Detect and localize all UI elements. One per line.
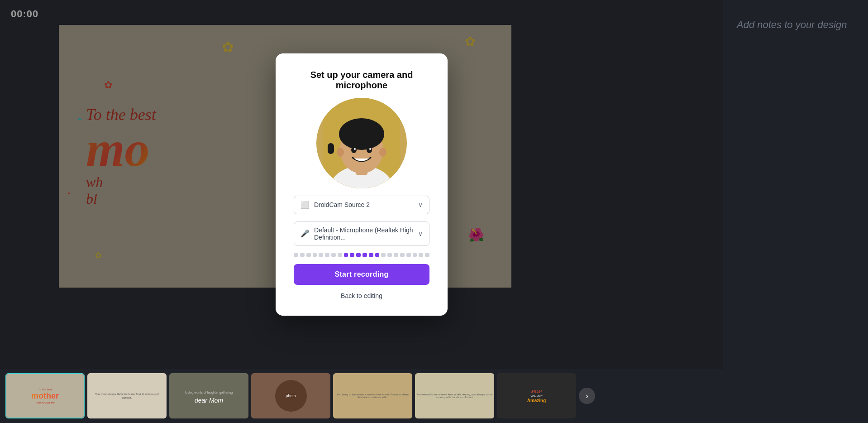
- thumbnail-3[interactable]: loving words of laughter gathering dear …: [169, 373, 248, 418]
- audio-seg-10: [350, 253, 354, 257]
- svg-point-8: [354, 148, 356, 150]
- audio-seg-8: [338, 253, 342, 257]
- audio-seg-5: [319, 253, 323, 257]
- next-thumbnail-button[interactable]: ›: [579, 388, 595, 404]
- audio-seg-15: [381, 253, 386, 257]
- mic-dropdown[interactable]: 🎤 Default - Microphone (Realtek High Def…: [294, 221, 429, 246]
- modal-overlay: Set up your camera and microphone: [0, 0, 723, 369]
- audio-seg-2: [300, 253, 305, 257]
- audio-seg-22: [425, 253, 429, 257]
- audio-seg-12: [362, 253, 367, 257]
- audio-seg-17: [394, 253, 398, 257]
- audio-seg-13: [369, 253, 373, 257]
- audio-seg-18: [400, 253, 405, 257]
- camera-setup-modal: Set up your camera and microphone: [276, 53, 448, 316]
- svg-point-6: [379, 148, 386, 157]
- audio-seg-14: [375, 253, 380, 257]
- audio-seg-1: [294, 253, 298, 257]
- svg-point-5: [337, 148, 344, 157]
- camera-dropdown[interactable]: ⬜ DroidCam Source 2 ∨: [294, 196, 429, 214]
- thumbnail-2[interactable]: You were always there to be the best in …: [87, 373, 167, 418]
- audio-seg-19: [406, 253, 411, 257]
- person-image: [323, 98, 400, 188]
- svg-point-7: [351, 147, 357, 153]
- camera-chevron-icon: ∨: [418, 201, 423, 208]
- audio-seg-3: [306, 253, 311, 257]
- thumbnail-4[interactable]: photo: [251, 373, 330, 418]
- thumbnail-7[interactable]: MOM you are Amazing: [497, 373, 576, 418]
- notes-sidebar: Add notes to your design: [723, 0, 868, 423]
- audio-seg-7: [331, 253, 336, 257]
- audio-seg-20: [413, 253, 417, 257]
- audio-seg-21: [419, 253, 423, 257]
- modal-title: Set up your camera and microphone: [294, 70, 429, 91]
- notes-placeholder: Add notes to your design: [737, 18, 847, 32]
- camera-option-text: DroidCam Source 2: [314, 201, 414, 208]
- start-recording-button[interactable]: Start recording: [294, 264, 429, 285]
- svg-rect-11: [328, 143, 334, 154]
- thumbnail-strip: To the best mother who helped me You wer…: [0, 369, 723, 423]
- svg-point-10: [369, 148, 371, 150]
- audio-seg-9: [344, 253, 348, 257]
- camera-preview: [316, 98, 407, 188]
- audio-seg-11: [356, 253, 361, 257]
- back-to-editing-link[interactable]: Back to editing: [341, 292, 382, 299]
- audio-level-bar: [294, 253, 429, 257]
- thumbnail-1[interactable]: To the best mother who helped me: [5, 373, 85, 418]
- camera-icon: ⬜: [300, 201, 310, 209]
- mic-icon: 🎤: [300, 229, 310, 238]
- svg-point-9: [367, 147, 372, 153]
- svg-point-4: [339, 118, 384, 150]
- mic-option-text: Default - Microphone (Realtek High Defin…: [314, 226, 414, 241]
- audio-seg-16: [387, 253, 392, 257]
- mic-chevron-icon: ∨: [418, 230, 423, 237]
- audio-seg-6: [325, 253, 329, 257]
- audio-seg-4: [313, 253, 317, 257]
- thumbnail-5[interactable]: You bring to have both a mother-look & f…: [333, 373, 412, 418]
- thumbnail-6[interactable]: And when life sometimes feels a little s…: [415, 373, 494, 418]
